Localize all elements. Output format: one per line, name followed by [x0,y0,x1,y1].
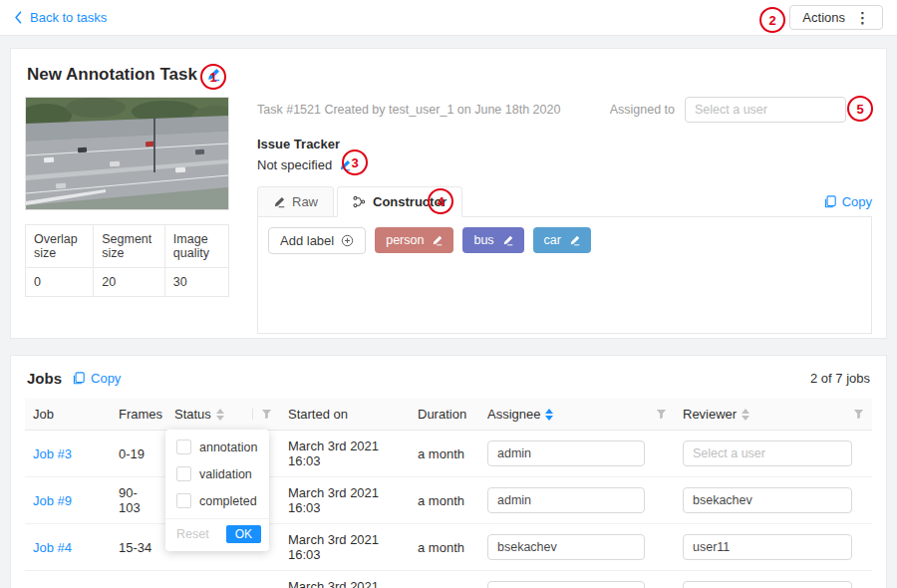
edit-label-icon[interactable] [502,235,513,246]
jobs-count: 2 of 7 jobs [810,371,870,386]
edit-task-name-icon[interactable] [206,68,220,82]
job-started: March 3rd 2021 16:03 [280,431,410,477]
column-job: Job [25,399,111,431]
label-chip-person[interactable]: person [375,227,453,253]
job-reviewer-input[interactable] [683,581,852,588]
job-assignee-input[interactable] [487,441,645,466]
status-sort-icon[interactable] [216,409,224,421]
job-reviewer-input[interactable] [683,487,852,513]
labels-constructor-panel: Add label person bus [257,216,872,334]
edit-issue-tracker-icon[interactable] [339,159,351,171]
job-started: March 3rd 2021 16:03 [280,477,410,524]
checkbox-annotation[interactable] [176,440,191,454]
job-duration: a month [410,431,479,477]
param-quality-header: Image quality [164,225,228,268]
actions-button-label: Actions [802,10,845,25]
copy-jobs-link[interactable]: Copy [72,371,121,386]
jobs-card: Jobs Copy 2 of 7 jobs Job Frames Status [10,355,887,588]
more-menu-icon: ⋮ [855,10,870,25]
filter-reset-button[interactable]: Reset [176,527,209,541]
job-link[interactable]: Job #4 [33,540,72,555]
label-editor-tabs: Raw Constructor Copy [257,186,872,216]
job-assignee-input[interactable] [487,487,645,513]
task-preview-image [25,97,229,210]
copy-labels-link[interactable]: Copy [823,194,872,216]
label-chip-car-name: car [544,233,561,247]
job-assignee-input[interactable] [487,581,645,588]
assignee-filter-icon[interactable] [656,409,667,420]
tab-raw-label: Raw [292,194,318,209]
plus-circle-icon [341,234,354,247]
filter-option-validation-label: validation [199,467,252,481]
job-reviewer-input[interactable] [683,534,852,560]
filter-ok-button[interactable]: OK [226,525,261,543]
tab-constructor[interactable]: Constructor [337,186,462,217]
task-title: New Annotation Task [27,65,197,85]
copy-icon [823,195,836,208]
job-reviewer-input[interactable] [683,441,852,466]
column-duration: Duration [410,399,479,431]
column-reviewer: Reviewer [675,399,872,431]
label-chip-bus-name: bus [473,233,493,247]
filter-option-validation[interactable]: validation [165,460,269,487]
actions-button[interactable]: Actions ⋮ [789,5,883,30]
job-duration: a month [410,571,479,588]
job-frames: 15-34 [111,524,166,571]
param-overlap-value: 0 [26,268,94,297]
column-frames: Frames [111,399,166,431]
chevron-left-icon [14,11,23,24]
task-meta: Task #1521 Created by test_user_1 on Jun… [257,103,610,117]
job-link[interactable]: Job #3 [33,446,72,461]
column-status-label: Status [174,407,211,422]
label-chip-person-name: person [386,233,424,247]
checkbox-completed[interactable] [176,493,191,508]
reviewer-sort-icon[interactable] [742,409,749,421]
job-duration: a month [410,477,479,524]
column-reviewer-label: Reviewer [683,407,737,422]
status-filter-dropdown: annotation validation completed Reset OK [165,430,269,551]
tab-constructor-label: Constructor [373,194,447,209]
filter-option-completed[interactable]: completed [165,487,269,514]
label-chip-bus[interactable]: bus [462,227,523,253]
edit-label-icon[interactable] [432,235,443,246]
add-label-button[interactable]: Add label [268,227,366,254]
copy-link-label: Copy [842,194,872,209]
tab-raw[interactable]: Raw [257,186,334,216]
job-duration: a month [410,524,479,571]
edit-icon [273,196,285,208]
back-to-tasks-link[interactable]: Back to tasks [14,10,107,25]
param-quality-value: 30 [164,268,228,297]
checkbox-validation[interactable] [176,466,191,481]
status-filter-icon[interactable] [252,409,272,420]
back-to-tasks-label: Back to tasks [30,10,107,25]
filter-option-annotation-label: annotation [199,441,257,454]
job-frames: 75-94 [111,571,166,588]
label-chip-car[interactable]: car [533,227,591,253]
job-link[interactable]: Job #9 [33,493,72,508]
job-frames: 0-19 [111,431,166,477]
issue-tracker-value: Not specified [257,157,332,172]
task-details-card: New Annotation Task [10,48,887,339]
param-overlap-header: Overlap size [26,225,94,268]
column-status: Status [166,399,280,431]
assigned-to-label: Assigned to [610,103,675,117]
job-started: March 3rd 2021 16:03 [280,571,410,588]
job-row: Job #3 0-19 March 3rd 2021 16:03 a month [25,431,872,477]
copy-jobs-label: Copy [91,371,121,386]
column-assignee: Assignee [479,399,675,431]
edit-label-icon[interactable] [569,235,580,246]
job-assignee-input[interactable] [487,534,645,560]
assignee-sort-icon[interactable] [545,409,553,421]
copy-icon [72,372,85,385]
param-segment-value: 20 [94,268,165,297]
add-label-button-text: Add label [280,233,334,248]
job-row: Job #4 15-34 March 3rd 2021 16:03 a mont… [25,524,872,571]
job-row: Job #8 75-94 completed ? March 3rd 2021 … [25,571,872,588]
task-assignee-select[interactable] [685,97,846,123]
job-frames: 90-103 [111,477,166,524]
branch-icon [353,195,366,208]
jobs-table-header-row: Job Frames Status Started on Duration As… [25,399,872,431]
filter-option-completed-label: completed [199,494,257,508]
reviewer-filter-icon[interactable] [853,409,864,420]
filter-option-annotation[interactable]: annotation [165,434,269,460]
